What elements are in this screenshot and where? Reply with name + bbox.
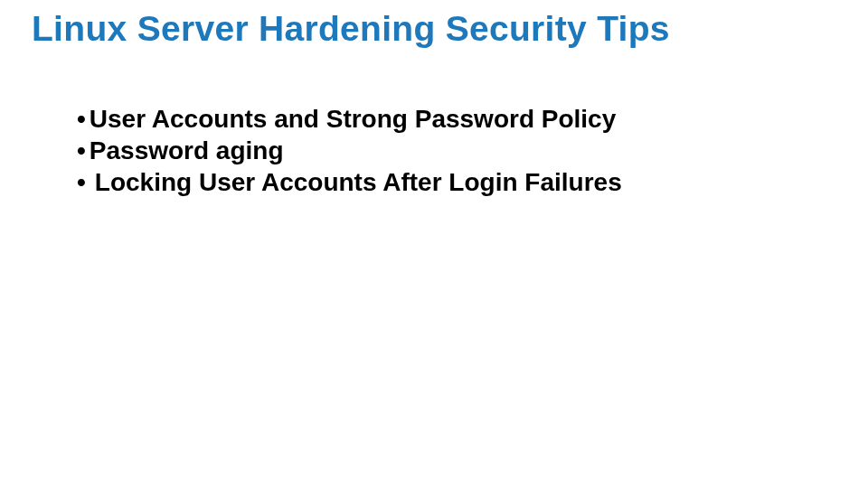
- bullet-item: • Locking User Accounts After Login Fail…: [77, 166, 836, 198]
- slide-container: Linux Server Hardening Security Tips • U…: [0, 0, 868, 488]
- bullet-text: Locking User Accounts After Login Failur…: [95, 166, 622, 198]
- slide-title: Linux Server Hardening Security Tips: [32, 9, 836, 49]
- bullet-item: • Password aging: [77, 135, 836, 166]
- bullet-text: User Accounts and Strong Password Policy: [90, 103, 616, 135]
- bullet-marker-icon: •: [77, 103, 86, 135]
- bullet-text: Password aging: [90, 135, 284, 166]
- bullet-list: • User Accounts and Strong Password Poli…: [32, 103, 836, 198]
- bullet-marker-icon: •: [77, 166, 86, 198]
- bullet-marker-icon: •: [77, 135, 86, 166]
- bullet-item: • User Accounts and Strong Password Poli…: [77, 103, 836, 135]
